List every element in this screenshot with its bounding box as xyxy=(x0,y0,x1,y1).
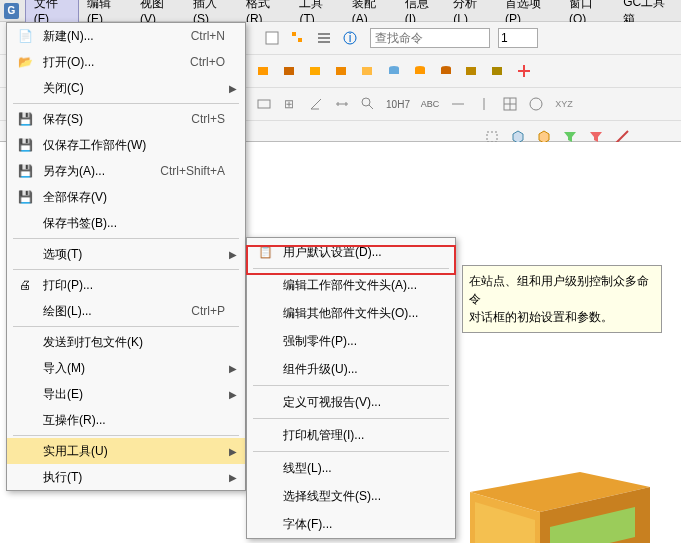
menu-save-shortcut: Ctrl+S xyxy=(191,112,225,126)
furniture-model xyxy=(460,452,660,543)
cube4-icon[interactable] xyxy=(330,59,354,83)
cube6-icon[interactable] xyxy=(460,59,484,83)
angle-icon[interactable] xyxy=(304,92,328,116)
sub-force[interactable]: 强制零件(P)... xyxy=(247,327,455,355)
menu-utilities[interactable]: 实用工具(U)▶ xyxy=(7,438,245,464)
arrow-icon: ▶ xyxy=(229,249,237,260)
blank-icon xyxy=(15,244,35,264)
cyl1-icon[interactable] xyxy=(382,59,406,83)
blank-icon xyxy=(255,331,275,351)
tol-icon[interactable]: 10H7 xyxy=(382,92,414,116)
cube5-icon[interactable] xyxy=(356,59,380,83)
blank-icon xyxy=(15,358,35,378)
sub-linefile-label: 选择线型文件(S)... xyxy=(283,488,447,505)
sub-upgrade[interactable]: 组件升级(U)... xyxy=(247,355,455,383)
tb-info-icon[interactable]: i xyxy=(338,26,362,50)
add-icon[interactable] xyxy=(512,59,536,83)
cube3-icon[interactable] xyxy=(304,59,328,83)
menu-sendpkg-label: 发送到打包文件(K) xyxy=(43,334,237,351)
tooltip-line1: 在站点、组和用户级别控制众多命令 xyxy=(469,272,655,308)
menu-saveas[interactable]: 💾另存为(A)...Ctrl+Shift+A xyxy=(7,158,245,184)
glass-icon[interactable] xyxy=(356,92,380,116)
sub-linetype[interactable]: 线型(L)... xyxy=(247,454,455,482)
tooltip: 在站点、组和用户级别控制众多命令 对话框的初始设置和参数。 xyxy=(462,265,662,333)
sub-font[interactable]: 字体(F)... xyxy=(247,510,455,538)
utilities-submenu: 📋用户默认设置(D)... 编辑工作部件文件头(A)... 编辑其他部件文件头(… xyxy=(246,237,456,539)
menu-import-label: 导入(M) xyxy=(43,360,229,377)
tb-doc-icon[interactable] xyxy=(260,26,284,50)
menu-sendpkg[interactable]: 发送到打包文件(K) xyxy=(7,329,245,355)
tb-list-icon[interactable] xyxy=(312,26,336,50)
menu-saveall-label: 全部保存(V) xyxy=(43,189,237,206)
menu-execute[interactable]: 执行(T)▶ xyxy=(7,464,245,490)
menu-interop-label: 互操作(R)... xyxy=(43,412,237,429)
spin-input[interactable] xyxy=(498,28,538,48)
cube2-icon[interactable] xyxy=(278,59,302,83)
blank-icon xyxy=(255,514,275,534)
menu-options-label: 选项(T) xyxy=(43,246,229,263)
blank-icon xyxy=(255,392,275,412)
menu-save[interactable]: 💾保存(S)Ctrl+S xyxy=(7,106,245,132)
menu-interop[interactable]: 互操作(R)... xyxy=(7,407,245,433)
cube1-icon[interactable] xyxy=(252,59,276,83)
tb-tree-icon[interactable] xyxy=(286,26,310,50)
blank-icon xyxy=(255,359,275,379)
menu-new[interactable]: 📄新建(N)...Ctrl+N xyxy=(7,23,245,49)
menu-close[interactable]: 关闭(C)▶ xyxy=(7,75,245,101)
menu-plot[interactable]: 绘图(L)...Ctrl+P xyxy=(7,298,245,324)
menu-options[interactable]: 选项(T)▶ xyxy=(7,241,245,267)
dim3-icon[interactable] xyxy=(472,92,496,116)
svg-rect-12 xyxy=(362,67,372,75)
saveall-icon: 💾 xyxy=(15,187,35,207)
cube7-icon[interactable] xyxy=(486,59,510,83)
svg-rect-26 xyxy=(487,132,497,142)
sub-userdef[interactable]: 📋用户默认设置(D)... xyxy=(247,238,455,266)
cyl3-icon[interactable] xyxy=(434,59,458,83)
menu-open[interactable]: 📂打开(O)...Ctrl+O xyxy=(7,49,245,75)
menu-saveall[interactable]: 💾全部保存(V) xyxy=(7,184,245,210)
search-input[interactable] xyxy=(370,28,490,48)
menu-export[interactable]: 导出(E)▶ xyxy=(7,381,245,407)
menu-print[interactable]: 🖨打印(P)... xyxy=(7,272,245,298)
separator xyxy=(253,451,449,452)
dim1-icon[interactable] xyxy=(330,92,354,116)
svg-rect-14 xyxy=(389,68,399,74)
h-icon[interactable]: ⊞ xyxy=(278,92,302,116)
menu-savebm[interactable]: 保存书签(B)... xyxy=(7,210,245,236)
file-menu: 📄新建(N)...Ctrl+N 📂打开(O)...Ctrl+O 关闭(C)▶ 💾… xyxy=(6,22,246,491)
arrow-icon: ▶ xyxy=(229,83,237,94)
menu-open-shortcut: Ctrl+O xyxy=(190,55,225,69)
separator xyxy=(253,418,449,419)
csys-icon[interactable] xyxy=(524,92,548,116)
svg-rect-20 xyxy=(492,67,502,75)
abc-icon[interactable]: ABC xyxy=(416,92,444,116)
sub-force-label: 强制零件(P)... xyxy=(283,333,447,350)
blank-icon xyxy=(15,213,35,233)
xyz-icon[interactable]: XYZ xyxy=(550,92,578,116)
menu-import[interactable]: 导入(M)▶ xyxy=(7,355,245,381)
grid-icon[interactable] xyxy=(498,92,522,116)
dim2-icon[interactable] xyxy=(446,92,470,116)
sub-editother[interactable]: 编辑其他部件文件头(O)... xyxy=(247,299,455,327)
sub-editwork[interactable]: 编辑工作部件文件头(A)... xyxy=(247,271,455,299)
menu-new-label: 新建(N)... xyxy=(43,28,191,45)
rect-icon[interactable] xyxy=(252,92,276,116)
blank-icon xyxy=(15,384,35,404)
menu-savework[interactable]: 💾仅保存工作部件(W) xyxy=(7,132,245,158)
userdef-icon: 📋 xyxy=(255,242,275,262)
menubar: G 文件(F) 编辑(E) 视图(V) 插入(S) 格式(R) 工具(T) 装配… xyxy=(0,0,681,22)
blank-icon xyxy=(255,486,275,506)
save-icon: 💾 xyxy=(15,109,35,129)
cyl2-icon[interactable] xyxy=(408,59,432,83)
sub-editother-label: 编辑其他部件文件头(O)... xyxy=(283,305,447,322)
svg-rect-0 xyxy=(266,32,278,44)
svg-rect-3 xyxy=(318,33,330,35)
sub-printer[interactable]: 打印机管理(I)... xyxy=(247,421,455,449)
svg-text:i: i xyxy=(349,31,352,45)
sub-linefile[interactable]: 选择线型文件(S)... xyxy=(247,482,455,510)
separator xyxy=(253,385,449,386)
app-icon: G xyxy=(4,3,19,19)
menu-savework-label: 仅保存工作部件(W) xyxy=(43,137,237,154)
sub-upgrade-label: 组件升级(U)... xyxy=(283,361,447,378)
sub-visreport[interactable]: 定义可视报告(V)... xyxy=(247,388,455,416)
